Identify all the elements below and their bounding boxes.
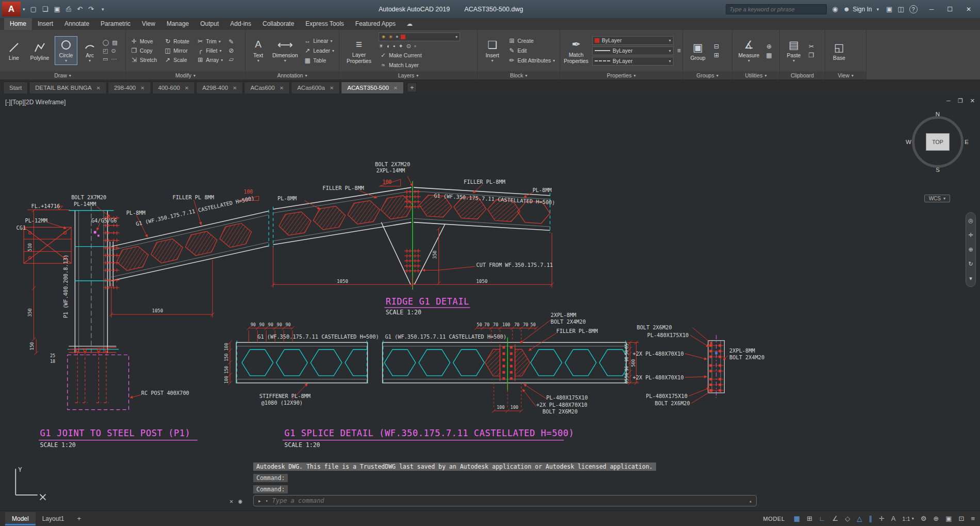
command-search-icon[interactable]: ◉	[238, 498, 242, 505]
viewcube[interactable]: N S W E TOP	[909, 113, 967, 171]
panel-title-utilities[interactable]: Utilities ▾	[732, 71, 779, 79]
tab-addins[interactable]: Add-ins	[224, 18, 257, 30]
panel-title-annotation[interactable]: Annotation ▾	[246, 71, 339, 79]
stretch-button[interactable]: ⇲Stretch	[129, 56, 158, 64]
array-button[interactable]: ⊞Array▾	[195, 56, 224, 64]
tab-parametric[interactable]: Parametric	[95, 18, 136, 30]
panel-title-properties[interactable]: Properties ▾	[560, 71, 682, 79]
new-icon[interactable]: ▢	[30, 5, 37, 13]
app-logo-icon[interactable]: A	[2, 2, 21, 17]
panel-title-draw[interactable]: Draw ▾	[0, 71, 125, 79]
match-properties-button[interactable]: ✒ Match Properties	[564, 36, 589, 65]
edit-block-button[interactable]: ✎Edit	[507, 46, 556, 55]
panel-title-view[interactable]: View ▾	[825, 71, 866, 79]
region-icon[interactable]: ◰	[103, 47, 108, 54]
tab-insert[interactable]: Insert	[32, 18, 59, 30]
layer-tool-5-icon[interactable]: ⊙	[406, 43, 411, 50]
file-tab-detail-bak-bunga[interactable]: DETAIL BAK BUNGA✕	[29, 82, 107, 93]
polar-toggle-icon[interactable]: ∠	[832, 515, 839, 522]
maximize-icon[interactable]: ☐	[940, 4, 959, 15]
fillet-button[interactable]: ╭Fillet▾	[195, 46, 224, 55]
id-point-icon[interactable]: ⊕	[765, 43, 773, 50]
panel-title-block[interactable]: Block ▾	[478, 71, 560, 79]
tab-collaborate[interactable]: Collaborate	[257, 18, 300, 30]
tab-annotate[interactable]: Annotate	[59, 18, 95, 30]
search-input[interactable]	[726, 6, 826, 12]
orbit-icon[interactable]: ↻	[968, 261, 973, 267]
tab-manage[interactable]: Manage	[161, 18, 194, 30]
viewcube-south[interactable]: S	[936, 167, 940, 173]
customization-menu-icon[interactable]: ≡	[971, 515, 975, 522]
create-block-button[interactable]: ⊞Create	[507, 37, 556, 45]
leader-button[interactable]: ↗Leader▾	[303, 46, 335, 55]
lineweight-select[interactable]: ByLayer ▾	[592, 46, 674, 55]
close-tab-icon[interactable]: ✕	[185, 85, 189, 91]
point-icon[interactable]: ⊙	[111, 47, 116, 54]
panel-title-groups[interactable]: Groups ▾	[683, 71, 732, 79]
file-tab-298-400[interactable]: 298-400✕	[108, 82, 151, 93]
circle-button[interactable]: Circle ▾	[55, 37, 77, 65]
tab-express-tools[interactable]: Express Tools	[300, 18, 349, 30]
edit-attributes-button[interactable]: ✏Edit Attributes▾	[507, 56, 556, 65]
tab-featured-apps[interactable]: Featured Apps	[350, 18, 401, 30]
viewcube-west[interactable]: W	[906, 139, 911, 145]
new-layout-button[interactable]: +	[74, 515, 84, 522]
command-input-bar[interactable]: ▸ ▾ ▴	[253, 495, 757, 506]
save-icon[interactable]: ▣	[54, 5, 60, 13]
recent-commands-caret-icon[interactable]: ▾	[266, 499, 268, 503]
paste-button[interactable]: ▤ Paste ▾	[783, 37, 804, 65]
open-icon[interactable]: ❏	[42, 5, 48, 13]
annotation-scale-control[interactable]: 1:1 ▾	[902, 516, 913, 522]
rectangle-icon[interactable]: ▭	[103, 56, 108, 62]
measure-button[interactable]: ∡ Measure ▾	[736, 37, 762, 65]
ungroup-icon[interactable]: ⊟	[713, 43, 720, 50]
viewcube-north[interactable]: N	[936, 111, 940, 117]
search-icon[interactable]: ◉	[832, 5, 838, 13]
copy-clip-icon[interactable]: ❐	[808, 52, 815, 59]
layer-tool-3-icon[interactable]: ▪	[394, 43, 396, 50]
nav-wheel-icon[interactable]: ◎	[968, 217, 973, 224]
infocenter-search[interactable]	[726, 4, 827, 14]
group-edit-icon[interactable]: ⊞	[713, 52, 720, 59]
viewcube-east[interactable]: E	[965, 139, 969, 145]
close-tab-icon[interactable]: ✕	[233, 85, 237, 91]
text-button[interactable]: A Text ▾	[249, 37, 267, 65]
model-space-badge[interactable]: MODEL	[763, 516, 785, 522]
line-button[interactable]: Line	[4, 39, 24, 62]
viewport-minimize-icon[interactable]: ─	[946, 98, 951, 104]
annotation-monitor-icon[interactable]: ⊕	[933, 515, 939, 522]
new-tab-button[interactable]: +	[407, 83, 417, 92]
minimize-icon[interactable]: ─	[923, 4, 941, 15]
layer-select[interactable]: ☀ ☀ ● ▾	[379, 33, 460, 41]
arc-button[interactable]: Arc ▾	[80, 37, 99, 65]
insert-block-button[interactable]: ❏ Insert ▾	[481, 37, 503, 65]
viewport-controls-label[interactable]: [-][Top][2D Wireframe]	[5, 99, 66, 106]
plot-icon[interactable]: ⎙	[66, 5, 71, 13]
app-store-icon[interactable]: ▣	[886, 5, 892, 13]
close-tab-icon[interactable]: ✕	[96, 85, 101, 91]
group-button[interactable]: ▣ Group	[687, 39, 709, 62]
cloud-icon[interactable]: ☁	[401, 18, 418, 30]
qat-customize-caret-icon[interactable]: ▾	[102, 7, 104, 12]
quick-calc-icon[interactable]: ▦	[765, 52, 773, 59]
wcs-selector[interactable]: WCS ▾	[924, 195, 950, 202]
clean-screen-icon[interactable]: ⊡	[959, 515, 965, 522]
file-tab-acas600a[interactable]: ACas600a✕	[291, 82, 340, 93]
hardware-accel-icon[interactable]: ▣	[945, 515, 952, 522]
polyline-button[interactable]: Polyline	[28, 39, 52, 62]
cut-icon[interactable]: ✂	[808, 43, 815, 50]
drawing-area[interactable]: BOLT 2X7M20 2XPL-14MM 100 FILLER PL-8MM …	[0, 93, 980, 511]
nav-more-icon[interactable]: ▾	[969, 275, 972, 282]
dynamic-input-toggle-icon[interactable]: ✛	[879, 515, 885, 522]
copy-button[interactable]: ❐Copy	[129, 46, 158, 55]
table-button[interactable]: ▦Table	[303, 56, 335, 65]
panel-title-clipboard[interactable]: Clipboard	[780, 71, 825, 79]
scale-button[interactable]: ↗Scale	[163, 56, 190, 64]
workspace-gear-icon[interactable]: ⚙	[921, 515, 927, 522]
exchange-apps-icon[interactable]: ◫	[897, 5, 904, 13]
close-tab-icon[interactable]: ✕	[140, 85, 144, 91]
trim-button[interactable]: ✂Trim▾	[195, 37, 224, 45]
rotate-button[interactable]: ↻Rotate	[163, 37, 190, 45]
annotation-visibility-icon[interactable]: A	[891, 515, 896, 522]
file-tab-acast350-500[interactable]: ACAST350-500✕	[341, 82, 404, 93]
